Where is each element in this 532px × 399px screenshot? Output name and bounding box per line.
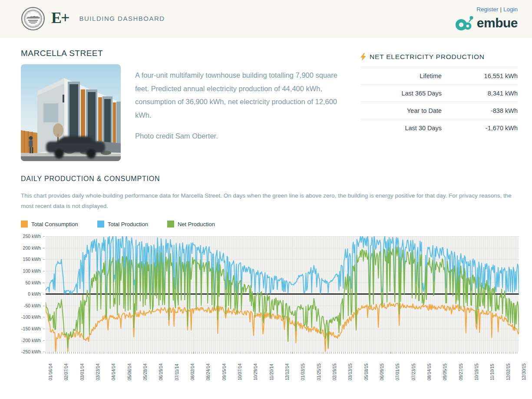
production-swatch — [97, 221, 104, 228]
y-tick-label: -50 kWh — [12, 303, 41, 308]
register-link[interactable]: Register — [476, 6, 498, 13]
x-tick-label: 03/13/15 — [348, 363, 353, 380]
x-axis-ticks — [46, 352, 519, 354]
x-tick-label: 11/20/14 — [269, 364, 274, 380]
y-tick-mark — [43, 340, 45, 341]
daily-chart: 250 kWh200 kWh150 kWh100 kWh50 kWh0 kWh-… — [21, 233, 518, 389]
y-tick-label: 50 kWh — [12, 280, 41, 285]
table-row: Lifetime 16,551 kWh — [360, 67, 518, 84]
net-production-title: NET ELECTRICITY PRODUCTION — [370, 53, 485, 61]
net-production-panel: NET ELECTRICITY PRODUCTION Lifetime 16,5… — [360, 49, 518, 161]
x-tick-label: 08/14/15 — [427, 363, 432, 380]
x-tick-label: 06/19/14 — [159, 363, 163, 380]
chart-section: DAILY PRODUCTION & CONSUMPTION This char… — [21, 161, 518, 389]
row-label: Last 30 Days — [360, 125, 447, 132]
y-tick-label: 100 kWh — [12, 268, 41, 274]
y-tick-label: 200 kWh — [12, 245, 41, 251]
legend-label: Net Production — [178, 221, 215, 228]
table-row: Last 365 Days 8,341 kWh — [360, 84, 518, 102]
x-tick-label: 11/10/15 — [490, 364, 495, 380]
login-link[interactable]: Login — [503, 6, 518, 13]
net-production-table: Lifetime 16,551 kWh Last 365 Days 8,341 … — [360, 67, 518, 136]
x-tick-label: 12/30/15 — [522, 363, 526, 380]
y-tick-mark — [43, 317, 45, 317]
y-tick-label: 250 kWh — [12, 234, 41, 239]
y-tick-mark — [43, 352, 45, 352]
chart-description: This chart provides daily whole-building… — [21, 191, 512, 211]
x-tick-label: 08/02/14 — [190, 363, 195, 380]
y-tick-label: 0 kWh — [12, 291, 41, 297]
x-tick-label: 09/27/15 — [459, 363, 463, 380]
x-tick-label: 01/03/15 — [301, 363, 305, 380]
net-swatch — [167, 221, 174, 228]
embue-logo: embue — [454, 14, 518, 32]
x-tick-label: 04/14/14 — [111, 363, 116, 380]
legend-item-net: Net Production — [167, 221, 215, 228]
row-value: -838 kWh — [491, 107, 518, 114]
x-tick-label: 02/19/15 — [332, 363, 337, 380]
chart-title: DAILY PRODUCTION & CONSUMPTION — [21, 175, 518, 183]
x-tick-label: 09/05/15 — [443, 363, 447, 380]
x-tick-label: 10/19/15 — [474, 363, 479, 380]
x-tick-label: 09/15/14 — [222, 363, 227, 380]
row-value: -1,670 kWh — [486, 125, 518, 132]
lightning-bolt-icon — [360, 53, 366, 61]
x-tick-label: 08/24/14 — [206, 363, 211, 380]
row-label: Lifetime — [360, 73, 447, 79]
table-row: Year to Date -838 kWh — [360, 102, 518, 119]
legend-item-consumption: Total Consumption — [21, 221, 78, 228]
x-tick-label: 03/01/14 — [80, 363, 85, 380]
y-tick-label: 150 kWh — [12, 257, 41, 262]
y-tick-label: -250 kWh — [12, 349, 41, 354]
y-tick-mark — [43, 259, 45, 260]
x-tick-label: 07/11/14 — [175, 364, 179, 380]
building-summary-section: MARCELLA STREET — [21, 37, 518, 161]
x-tick-label: 12/02/15 — [506, 363, 511, 380]
page-title: MARCELLA STREET — [21, 49, 121, 64]
row-value: 16,551 kWh — [484, 73, 518, 79]
y-tick-label: -200 kWh — [12, 338, 41, 343]
x-tick-label: 10/07/14 — [238, 363, 242, 380]
row-label: Year to Date — [360, 107, 447, 114]
y-tick-mark — [43, 294, 45, 294]
chart-legend: Total Consumption Total Production Net P… — [21, 221, 518, 228]
legend-item-production: Total Production — [97, 221, 148, 228]
boston-city-seal-logo — [21, 7, 45, 31]
row-value: 8,341 kWh — [488, 90, 518, 97]
x-tick-label: 05/06/14 — [127, 363, 132, 380]
auth-separator: | — [498, 6, 503, 13]
photo-credit: Photo credit Sam Oberter. — [135, 129, 347, 143]
x-tick-label: 07/01/15 — [395, 363, 400, 380]
x-tick-label: 05/28/14 — [143, 363, 148, 380]
table-row: Last 30 Days -1,670 kWh — [360, 119, 518, 136]
y-tick-mark — [43, 236, 45, 237]
y-tick-mark — [43, 329, 45, 329]
x-tick-label: 05/18/15 — [364, 363, 369, 380]
x-tick-label: 03/23/14 — [96, 363, 100, 380]
eplus-logo: E+ — [51, 10, 69, 27]
chart-canvas — [46, 236, 519, 352]
building-description: A four-unit multifamily townhouse buildi… — [135, 69, 347, 122]
y-tick-mark — [43, 283, 45, 283]
building-photo — [21, 64, 121, 161]
x-tick-label: 12/12/14 — [285, 363, 290, 380]
auth-links: Register|Login — [476, 6, 518, 13]
x-tick-label: 01/25/15 — [317, 363, 321, 380]
header-bar: E+ BUILDING DASHBOARD Register|Login emb… — [0, 0, 532, 37]
legend-label: Total Consumption — [31, 221, 78, 228]
legend-label: Total Production — [108, 221, 148, 228]
y-tick-label: -100 kWh — [12, 314, 41, 320]
y-tick-mark — [43, 271, 45, 271]
chart-plot-area — [46, 236, 519, 352]
y-tick-mark — [43, 306, 45, 306]
embue-wordmark: embue — [477, 16, 518, 30]
embue-icon — [454, 14, 475, 32]
x-tick-label: 02/07/14 — [64, 363, 69, 380]
x-tick-label: 07/23/15 — [411, 363, 416, 380]
x-tick-label: 10/29/14 — [253, 363, 258, 380]
x-tick-label: 06/09/15 — [380, 363, 384, 380]
y-tick-label: -150 kWh — [12, 326, 41, 331]
consumption-swatch — [21, 221, 28, 228]
row-label: Last 365 Days — [360, 90, 447, 97]
app-title: BUILDING DASHBOARD — [79, 15, 165, 22]
